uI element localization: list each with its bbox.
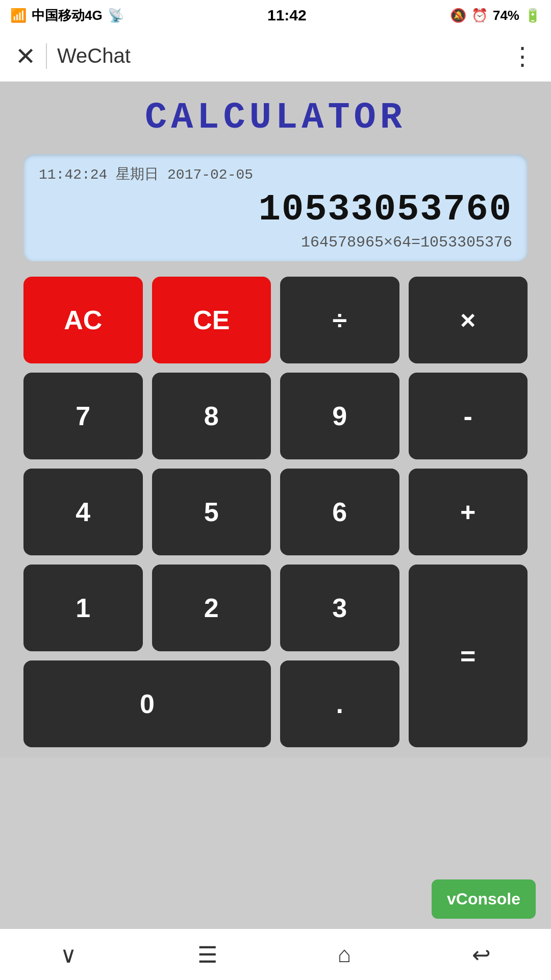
close-button[interactable]: ✕ <box>15 42 36 70</box>
nav-home-icon[interactable]: ⌂ <box>338 942 352 967</box>
button-add[interactable]: + <box>409 469 528 555</box>
bottom-nav: ∨ ☰ ⌂ ↩ <box>0 929 551 980</box>
button-divide[interactable]: ÷ <box>280 277 399 363</box>
calculator-display: 11:42:24 星期日 2017-02-05 10533053760 1645… <box>23 154 528 261</box>
button-4[interactable]: 4 <box>23 469 143 555</box>
battery-icon: 🔋 <box>524 8 541 23</box>
status-left: 📶 中国移动4G 📡 <box>10 7 124 24</box>
display-time: 11:42:24 星期日 2017-02-05 <box>39 164 512 184</box>
button-ac[interactable]: AC <box>23 277 143 363</box>
button-ce[interactable]: CE <box>152 277 271 363</box>
nav-menu-icon[interactable]: ☰ <box>197 942 217 968</box>
button-3[interactable]: 3 <box>280 565 399 651</box>
button-9[interactable]: 9 <box>280 373 399 459</box>
button-2[interactable]: 2 <box>152 565 271 651</box>
app-bar-title: WeChat <box>57 44 510 67</box>
battery-text: 74% <box>493 8 519 23</box>
calculator-title: CALCULATOR <box>145 97 406 139</box>
status-right: 🔕 ⏰ 74% 🔋 <box>450 8 541 23</box>
button-equals[interactable]: = <box>409 565 528 747</box>
button-8[interactable]: 8 <box>152 373 271 459</box>
alarm-icon: ⏰ <box>471 8 488 23</box>
nav-back-icon[interactable]: ∨ <box>60 942 77 968</box>
wifi-icon: 📡 <box>108 8 124 23</box>
button-grid: AC CE ÷ × 7 8 9 - 4 5 6 + 1 2 3 = 0 . <box>23 277 528 747</box>
button-subtract[interactable]: - <box>409 373 528 459</box>
display-expression: 164578965×64=1053305376 <box>39 234 512 251</box>
nav-return-icon[interactable]: ↩ <box>472 942 491 968</box>
button-5[interactable]: 5 <box>152 469 271 555</box>
status-bar: 📶 中国移动4G 📡 11:42 🔕 ⏰ 74% 🔋 <box>0 0 551 31</box>
carrier-text: 中国移动4G <box>32 7 103 24</box>
app-bar: ✕ WeChat ⋮ <box>0 31 551 82</box>
app-bar-divider <box>46 43 47 69</box>
signal-icon: 📶 <box>10 8 27 23</box>
mute-icon: 🔕 <box>450 8 466 23</box>
button-dot[interactable]: . <box>280 660 399 747</box>
calculator-container: CALCULATOR 11:42:24 星期日 2017-02-05 10533… <box>0 82 551 757</box>
display-result: 10533053760 <box>39 189 512 231</box>
vconsole-button[interactable]: vConsole <box>432 879 536 919</box>
button-1[interactable]: 1 <box>23 565 143 651</box>
button-6[interactable]: 6 <box>280 469 399 555</box>
status-time: 11:42 <box>267 7 307 24</box>
button-0[interactable]: 0 <box>23 660 271 747</box>
button-multiply[interactable]: × <box>409 277 528 363</box>
button-7[interactable]: 7 <box>23 373 143 459</box>
menu-button[interactable]: ⋮ <box>510 42 536 70</box>
